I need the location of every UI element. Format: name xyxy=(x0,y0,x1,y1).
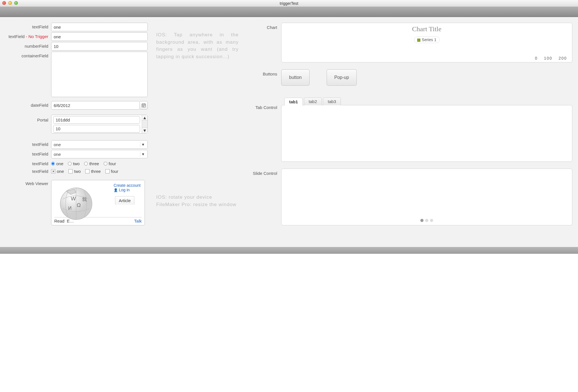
textfield-checkbox-set[interactable]: ✕onetwothreefour xyxy=(51,167,148,174)
button-button[interactable]: button xyxy=(281,69,310,86)
portal[interactable]: ▲ ▼ xyxy=(51,115,148,133)
chart[interactable]: Chart Title Series 1 0100200 xyxy=(281,23,572,62)
svg-text:И: И xyxy=(68,206,72,211)
window-titlebar: triggerTest xyxy=(0,0,578,7)
svg-rect-8 xyxy=(143,106,144,107)
slide-control[interactable] xyxy=(281,169,572,225)
slide-dot[interactable] xyxy=(425,219,428,222)
portal-scroll-up[interactable]: ▲ xyxy=(142,115,147,121)
window-zoom-button[interactable] xyxy=(14,1,18,5)
textfield-notrigger-input[interactable] xyxy=(51,32,148,41)
label-textfield-dropdown2: textField xyxy=(6,150,51,156)
label-textfield-radio: textField xyxy=(6,160,51,166)
window-close-button[interactable] xyxy=(2,1,6,5)
label-portal: Portal xyxy=(6,115,51,122)
status-bar xyxy=(0,247,578,254)
label-textfield-notrigger: textField - No Trigger xyxy=(6,32,51,39)
label-numberfield: numberField xyxy=(6,42,51,49)
label-textfield-dropdown1: textField xyxy=(6,140,51,147)
label-buttons: Buttons xyxy=(247,69,281,76)
toolbar xyxy=(0,7,578,17)
webviewer-create-account-link[interactable]: Create account xyxy=(114,183,141,188)
checkbox-option[interactable]: ✕one xyxy=(51,169,64,174)
textfield-input[interactable] xyxy=(51,23,148,31)
radio-option[interactable]: three xyxy=(84,161,99,166)
textfield-dropdown-2[interactable]: one ▾ xyxy=(51,150,148,158)
chevron-down-icon: ▾ xyxy=(140,142,146,147)
svg-text:Ω: Ω xyxy=(77,202,81,208)
popup-button[interactable]: Pop-up xyxy=(327,69,357,86)
textfield-radio-set[interactable]: onetwothreefour xyxy=(51,160,148,166)
window-minimize-button[interactable] xyxy=(8,1,12,5)
svg-rect-6 xyxy=(144,105,145,106)
portal-row-input[interactable] xyxy=(53,116,140,124)
checkbox-option[interactable]: three xyxy=(85,169,101,174)
datefield-input[interactable] xyxy=(51,101,140,110)
containerfield[interactable] xyxy=(51,52,148,97)
label-chart: Chart xyxy=(247,23,281,30)
layout-body[interactable]: textField textField - No Trigger numberF… xyxy=(0,17,578,247)
label-containerfield: containerField xyxy=(6,52,51,58)
svg-text:W: W xyxy=(71,196,76,202)
label-tabcontrol: Tab Control xyxy=(247,97,281,110)
portal-row-input[interactable] xyxy=(53,125,140,133)
label-textfield: textField xyxy=(6,23,51,29)
checkbox-option[interactable]: four xyxy=(105,169,118,174)
portal-scrollbar[interactable]: ▲ ▼ xyxy=(142,115,147,133)
svg-text:我: 我 xyxy=(82,197,87,202)
webviewer-read-tab[interactable]: Read xyxy=(54,219,64,223)
webviewer-login-link[interactable]: Log in xyxy=(114,188,141,192)
radio-option[interactable]: four xyxy=(104,161,116,166)
tab-tab3[interactable]: tab3 xyxy=(323,97,341,105)
hint-top: IOS: Tap anywhere in the background area… xyxy=(156,31,239,60)
textfield-dropdown-1[interactable]: one ▾ xyxy=(51,140,148,149)
window-title: triggerTest xyxy=(0,1,578,6)
label-slidecontrol: Slide Control xyxy=(247,169,281,176)
slide-dot[interactable] xyxy=(430,219,433,222)
svg-rect-4 xyxy=(142,105,143,106)
svg-rect-7 xyxy=(142,106,143,107)
chart-legend: Series 1 xyxy=(414,36,440,43)
webviewer-article-tab[interactable]: Article xyxy=(115,196,134,205)
chart-title: Chart Title xyxy=(285,25,568,33)
tab-tab2[interactable]: tab2 xyxy=(304,97,322,105)
slide-dot[interactable] xyxy=(420,219,423,222)
wikipedia-globe-icon: W Ω И 我 xyxy=(55,183,97,222)
web-viewer[interactable]: W Ω И 我 Create account Log in Article Re… xyxy=(51,180,145,225)
numberfield-input[interactable] xyxy=(51,42,148,51)
tab-control[interactable]: tab1tab2tab3 xyxy=(281,105,572,162)
date-picker-button[interactable] xyxy=(140,101,148,110)
tab-tab1[interactable]: tab1 xyxy=(284,98,303,106)
hint-bottom-1: IOS: rotate your device xyxy=(156,194,239,201)
webviewer-talk-tab[interactable]: Talk xyxy=(134,219,142,223)
label-datefield: dateField xyxy=(6,101,51,108)
chevron-down-icon: ▾ xyxy=(140,151,146,157)
radio-option[interactable]: two xyxy=(68,161,80,166)
chart-x-axis: 0100200 xyxy=(529,56,567,60)
label-webviewer: Web Viewer xyxy=(6,180,51,186)
portal-scroll-down[interactable]: ▼ xyxy=(142,127,147,133)
calendar-icon xyxy=(141,103,146,108)
checkbox-option[interactable]: two xyxy=(68,169,81,174)
radio-option[interactable]: one xyxy=(51,161,63,166)
hint-bottom-2: FileMaker Pro: resize the window xyxy=(156,201,239,208)
label-textfield-check: textField xyxy=(6,167,51,174)
svg-rect-5 xyxy=(143,105,144,106)
